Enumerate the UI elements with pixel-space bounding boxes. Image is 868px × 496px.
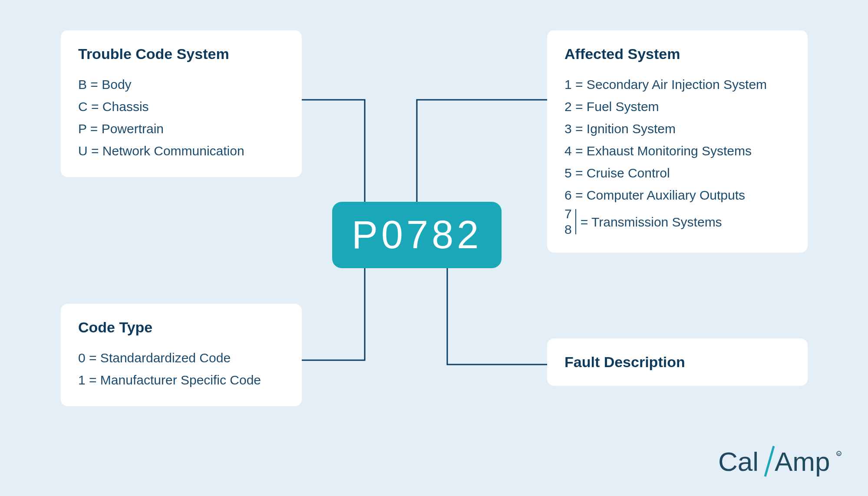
list-item: 2 = Fuel System [564, 95, 790, 118]
combined-num: 7 [564, 206, 572, 222]
list-item: 6 = Computer Auxiliary Outputs [564, 184, 790, 206]
affected-system-card: Affected System 1 = Secondary Air Inject… [547, 30, 808, 253]
list-item: 3 = Ignition System [564, 118, 790, 140]
svg-text:Cal: Cal [718, 447, 759, 476]
calamp-logo: Cal Amp R [718, 444, 844, 481]
combined-label: = Transmission Systems [581, 211, 722, 233]
code-type-card: Code Type 0 = Standardardized Code 1 = M… [61, 304, 302, 406]
list-item: 4 = Exhaust Monitoring Systems [564, 140, 790, 162]
card-title: Fault Description [564, 354, 790, 371]
svg-text:Amp: Amp [775, 447, 830, 476]
list-item: B = Body [78, 73, 284, 95]
dtc-code: P0782 [332, 202, 502, 268]
list-item: U = Network Communication [78, 140, 284, 162]
trouble-code-system-card: Trouble Code System B = Body C = Chassis… [61, 30, 302, 177]
card-title: Code Type [78, 319, 284, 336]
list-item: 5 = Cruise Control [564, 162, 790, 184]
list-item: P = Powertrain [78, 118, 284, 140]
separator-bar [575, 209, 576, 234]
logo-part-2: Amp [775, 447, 830, 476]
logo-part-1: Cal [718, 447, 759, 476]
list-item: 1 = Secondary Air Injection System [564, 73, 790, 95]
fault-description-card: Fault Description [547, 338, 808, 386]
svg-text:R: R [838, 452, 840, 456]
svg-line-5 [765, 446, 774, 476]
list-item: C = Chassis [78, 95, 284, 118]
card-title: Affected System [564, 46, 790, 62]
list-item-combined: 7 8 = Transmission Systems [564, 206, 722, 237]
list-item: 1 = Manufacturer Specific Code [78, 369, 284, 391]
card-title: Trouble Code System [78, 46, 284, 62]
combined-num: 8 [564, 222, 572, 237]
list-item: 0 = Standardardized Code [78, 347, 284, 369]
